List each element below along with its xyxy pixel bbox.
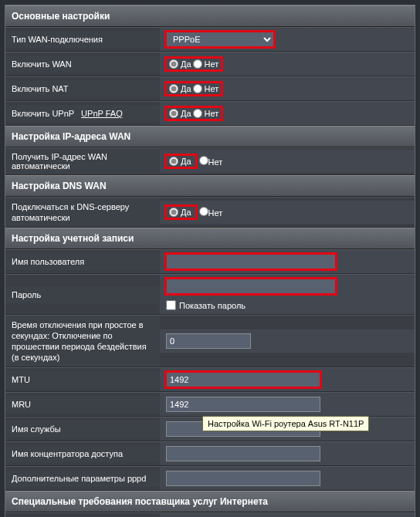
auto-dns-yes[interactable]: [169, 208, 178, 217]
row-password: Пароль Показать пароль: [5, 274, 415, 315]
pppd-field[interactable]: [166, 471, 320, 486]
section-isp-header: Специальные требования поставщика услуг …: [5, 491, 415, 512]
tooltip: Настройка Wi-Fi роутера Asus RT-N11P: [202, 416, 369, 431]
row-mru: MRU: [5, 392, 415, 417]
label-auto-ip: Получить IP-адрес WAN автоматически: [5, 148, 160, 174]
enable-wan-no[interactable]: [193, 59, 202, 69]
show-password-row: Показать пароль: [166, 300, 246, 310]
mtu-field[interactable]: [166, 372, 320, 387]
password-field[interactable]: [166, 279, 336, 294]
row-mtu: MTU: [5, 367, 415, 392]
label-enable-wan: Включить WAN: [5, 56, 160, 73]
label-mtu: MTU: [5, 371, 160, 388]
label-password: Пароль: [5, 286, 160, 303]
row-auto-dns: Подключаться к DNS-серверу автоматически…: [5, 197, 415, 228]
enable-nat-radios: Да Нет: [166, 83, 222, 95]
row-enable-wan: Включить WAN Да Нет: [5, 52, 415, 76]
auto-dns-radios: Да: [166, 206, 196, 218]
upnp-faq-link[interactable]: UPnP FAQ: [81, 109, 123, 118]
enable-nat-yes[interactable]: [169, 84, 178, 93]
label-wan-type: Тип WAN-подключения: [5, 31, 160, 48]
label-service: Имя службы: [5, 421, 160, 438]
idle-field[interactable]: [166, 333, 251, 349]
auto-ip-no[interactable]: [199, 156, 208, 165]
section-wanip-header: Настройка IP-адреса WAN: [5, 126, 415, 147]
section-acct-header: Настройка учетной записи: [5, 228, 415, 249]
label-enable-nat: Включить NAT: [5, 80, 160, 97]
label-mru: MRU: [5, 396, 160, 413]
enable-upnp-radios: Да Нет: [166, 107, 222, 120]
row-service: Имя службы Настройка Wi-Fi роутера Asus …: [5, 417, 415, 441]
row-enable-nat: Включить NAT Да Нет: [5, 76, 415, 101]
mru-field[interactable]: [166, 397, 320, 412]
row-enable-upnp: Включить UPnP UPnP FAQ Да Нет: [5, 101, 415, 126]
label-username: Имя пользователя: [5, 253, 160, 270]
row-username: Имя пользователя: [5, 249, 415, 274]
label-idle: Время отключения при простое в секундах:…: [5, 316, 160, 367]
settings-panel: Основные настройки Тип WAN-подключения P…: [5, 5, 415, 517]
row-vpn-dhcp: Enable VPN + DHCP Connection Да Нет: [5, 512, 415, 517]
row-pppd: Дополнительные параметры pppd: [5, 466, 415, 491]
row-idle: Время отключения при простое в секундах:…: [5, 315, 415, 367]
label-enable-upnp: Включить UPnP UPnP FAQ: [5, 105, 160, 122]
enable-wan-radios: Да Нет: [166, 58, 222, 70]
row-wan-type: Тип WAN-подключения PPPoE: [5, 27, 415, 52]
row-auto-ip: Получить IP-адрес WAN автоматически Да Н…: [5, 147, 415, 175]
wan-type-select[interactable]: PPPoE: [166, 32, 274, 47]
enable-nat-no[interactable]: [193, 84, 202, 93]
enable-wan-yes[interactable]: [169, 59, 178, 69]
auto-ip-yes[interactable]: [169, 157, 178, 166]
label-concentrator: Имя концентратора доступа: [5, 445, 160, 462]
section-basic-header: Основные настройки: [5, 5, 415, 27]
enable-upnp-no[interactable]: [193, 109, 202, 118]
auto-ip-radios: Да: [166, 155, 196, 167]
show-password-checkbox[interactable]: [166, 300, 176, 310]
username-field[interactable]: [166, 254, 336, 269]
label-pppd: Дополнительные параметры pppd: [5, 470, 160, 487]
row-concentrator: Имя концентратора доступа: [5, 441, 415, 466]
label-auto-dns: Подключаться к DNS-серверу автоматически: [5, 198, 160, 227]
section-dns-header: Настройка DNS WAN: [5, 175, 415, 197]
concentrator-field[interactable]: [166, 446, 320, 461]
enable-upnp-yes[interactable]: [169, 109, 178, 118]
auto-dns-no[interactable]: [199, 207, 208, 216]
